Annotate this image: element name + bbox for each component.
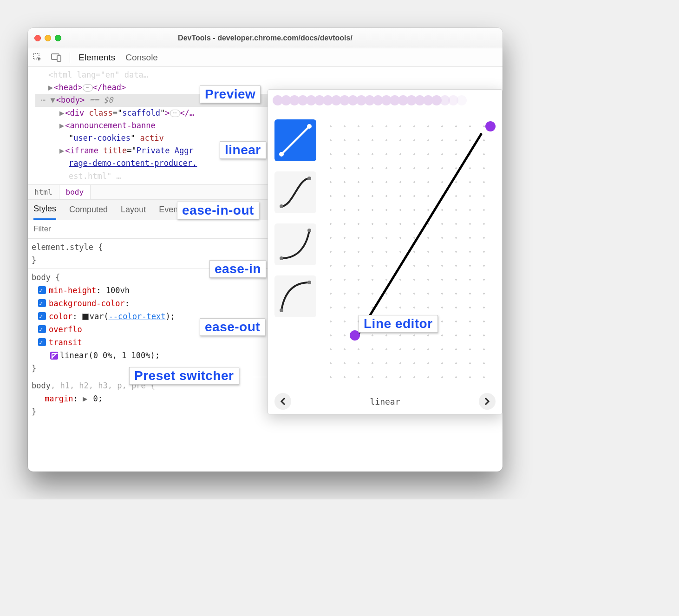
ellipsis-icon[interactable]: ⋯ — [83, 84, 93, 92]
svg-point-7 — [307, 177, 311, 180]
easing-curve-line — [324, 119, 491, 380]
preset-ease-in[interactable] — [274, 223, 316, 265]
zoom-window-icon[interactable] — [55, 35, 61, 41]
annotation-preset-switcher: Preset switcher — [129, 367, 239, 385]
expand-icon[interactable]: ▶ — [59, 108, 64, 118]
checkbox-icon[interactable] — [38, 338, 46, 346]
annotation-line-editor: Line editor — [359, 315, 438, 333]
expand-icon[interactable]: ▶ — [48, 83, 53, 92]
window-title: DevTools - developer.chrome.com/docs/dev… — [28, 34, 503, 42]
panel-tabs: Elements Console — [78, 52, 158, 63]
preset-switcher: linear — [268, 389, 502, 414]
color-swatch-icon[interactable] — [82, 314, 89, 320]
svg-line-3 — [281, 126, 309, 154]
annotation-ease-in-out: ease-in-out — [177, 202, 259, 219]
easing-editor-popup: linear — [268, 89, 503, 414]
svg-point-5 — [307, 124, 312, 129]
breadcrumb-body[interactable]: body — [59, 185, 91, 199]
traffic-lights — [28, 35, 61, 41]
curve-handle-end[interactable] — [485, 121, 496, 131]
checkbox-icon[interactable] — [38, 312, 46, 320]
svg-line-12 — [356, 133, 482, 338]
minimize-window-icon[interactable] — [45, 35, 51, 41]
preset-linear[interactable] — [274, 119, 316, 161]
collapse-icon[interactable]: ▼ — [50, 95, 55, 105]
subtab-computed[interactable]: Computed — [69, 205, 108, 215]
devtools-window: DevTools - developer.chrome.com/docs/dev… — [28, 28, 503, 472]
inspect-element-icon[interactable] — [33, 52, 43, 63]
expand-icon[interactable]: ▶ — [59, 121, 64, 130]
titlebar: DevTools - developer.chrome.com/docs/dev… — [28, 28, 503, 48]
close-window-icon[interactable] — [34, 35, 41, 41]
preset-current-label: linear — [370, 397, 400, 406]
subtab-layout[interactable]: Layout — [121, 205, 146, 215]
easing-body — [268, 111, 502, 389]
dom-gutter-dots: ⋯ — [41, 95, 50, 105]
checkbox-icon[interactable] — [38, 286, 46, 294]
checkbox-icon[interactable] — [38, 299, 46, 307]
devtools-toolbar: Elements Console — [28, 48, 503, 67]
easing-swatch-icon[interactable] — [50, 352, 58, 360]
expand-shorthand-icon[interactable]: ▶ — [83, 394, 87, 403]
dom-line[interactable]: <html lang="en" data… — [35, 69, 503, 81]
tab-elements[interactable]: Elements — [78, 52, 115, 63]
preset-ease-out[interactable] — [274, 275, 316, 317]
easing-preview-strip — [268, 90, 502, 111]
toolbar-divider — [70, 52, 70, 63]
preset-next-button[interactable] — [479, 393, 496, 410]
checkbox-icon[interactable] — [38, 325, 46, 333]
tab-console[interactable]: Console — [125, 52, 158, 63]
svg-rect-2 — [57, 56, 61, 61]
easing-presets — [268, 111, 319, 389]
svg-point-6 — [280, 204, 283, 208]
svg-point-11 — [307, 281, 311, 284]
annotation-linear: linear — [220, 141, 266, 159]
annotation-preview: Preview — [200, 85, 261, 103]
device-toolbar-icon[interactable] — [51, 52, 61, 63]
svg-point-4 — [279, 152, 284, 157]
preset-prev-button[interactable] — [274, 393, 291, 410]
subtab-events[interactable]: Even — [159, 205, 178, 215]
annotation-ease-in: ease-in — [209, 260, 266, 278]
svg-point-9 — [307, 229, 311, 232]
preset-ease-in-out[interactable] — [274, 171, 316, 213]
svg-point-10 — [280, 308, 283, 312]
svg-point-8 — [280, 256, 283, 260]
easing-curve-editor[interactable] — [319, 111, 502, 389]
subtab-styles[interactable]: Styles — [33, 200, 56, 220]
breadcrumb-html[interactable]: html — [28, 185, 59, 199]
annotation-ease-out: ease-out — [200, 318, 265, 336]
ellipsis-icon[interactable]: ⋯ — [170, 110, 180, 117]
expand-icon[interactable]: ▶ — [59, 146, 64, 155]
